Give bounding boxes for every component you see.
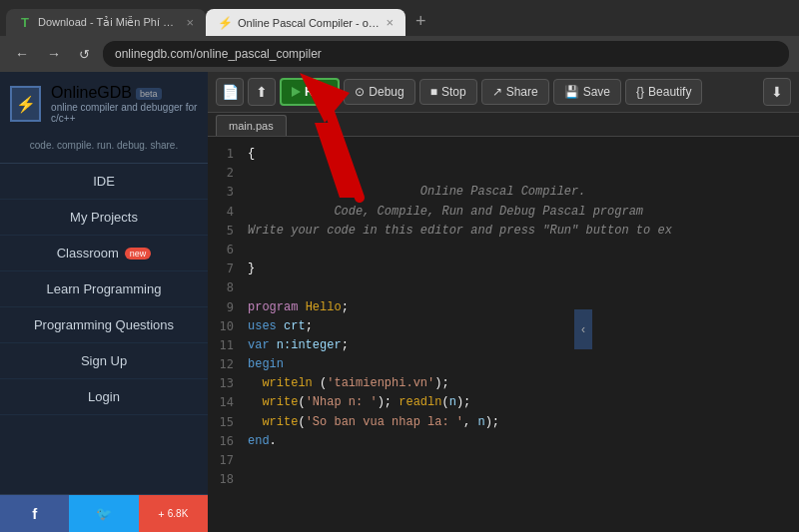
url-input[interactable]	[103, 41, 789, 67]
sidebar-item-learn-programming[interactable]: Learn Programming	[0, 271, 208, 307]
stop-button[interactable]: ■ Stop	[419, 79, 477, 105]
save-button[interactable]: 💾 Save	[553, 79, 621, 105]
app-container: ⚡ OnlineGDBbeta online compiler and debu…	[0, 72, 799, 532]
code-line-17	[248, 451, 791, 470]
tab2-icon: ⚡	[218, 16, 232, 30]
share-icon: ↗	[492, 85, 502, 99]
code-line-6	[248, 241, 791, 260]
new-file-icon: 📄	[222, 84, 239, 100]
sidebar-footer: f 🐦 + 6.8K	[0, 494, 208, 532]
save-icon: 💾	[564, 85, 579, 99]
debug-label: Debug	[369, 85, 403, 99]
address-bar: ← → ↺	[0, 36, 799, 72]
beautify-icon: {}	[636, 85, 644, 99]
reload-button[interactable]: ↺	[74, 45, 95, 64]
code-line-10: uses crt;	[248, 317, 791, 336]
line-numbers: 12345 678910 1112131415 161718	[208, 137, 240, 532]
tab2-close[interactable]: ×	[386, 15, 394, 30]
code-line-4: Code, Compile, Run and Debug Pascal prog…	[248, 203, 791, 222]
forward-button[interactable]: →	[42, 44, 66, 64]
share-label: Share	[506, 85, 538, 99]
code-line-7: }	[248, 260, 791, 278]
logo-badge: beta	[136, 88, 162, 100]
logo-box: ⚡	[10, 86, 41, 122]
browser-tab-2[interactable]: ⚡ Online Pascal Compiler - online c... ×	[206, 9, 405, 36]
code-line-2	[248, 164, 791, 183]
twitter-button[interactable]: 🐦	[69, 495, 138, 532]
logo-name: OnlineGDBbeta	[51, 84, 198, 102]
save-label: Save	[583, 85, 610, 99]
code-line-9: program Hello;	[248, 298, 791, 317]
tab-bar: T Download - Tải Miễn Phí VN - Pi... × ⚡…	[0, 0, 799, 36]
logo-icon: ⚡	[16, 95, 36, 114]
main-content: 📄 ⬆ Run ⊙ Debug ■ Stop ↗	[208, 72, 799, 532]
code-line-12: begin	[248, 355, 791, 374]
run-button[interactable]: Run	[280, 78, 340, 106]
plus-icon: +	[158, 508, 164, 520]
facebook-button[interactable]: f	[0, 495, 69, 532]
plusone-button[interactable]: + 6.8K	[139, 495, 208, 532]
sidebar-item-sign-up[interactable]: Sign Up	[0, 343, 208, 379]
upload-icon: ⬆	[256, 84, 268, 100]
debug-button[interactable]: ⊙ Debug	[344, 79, 414, 105]
new-tab-button[interactable]: +	[405, 7, 436, 36]
sidebar: ⚡ OnlineGDBbeta online compiler and debu…	[0, 72, 208, 532]
code-line-18	[248, 470, 791, 489]
browser-tab-1[interactable]: T Download - Tải Miễn Phí VN - Pi... ×	[6, 9, 206, 36]
code-line-3: Online Pascal Compiler.	[248, 183, 791, 202]
code-line-11: var n:integer;	[248, 336, 791, 355]
back-button[interactable]: ←	[10, 44, 34, 64]
toolbar: 📄 ⬆ Run ⊙ Debug ■ Stop ↗	[208, 72, 799, 113]
code-line-1: {	[248, 145, 791, 164]
code-line-13: writeln ('taimienphi.vn');	[248, 374, 791, 393]
code-line-14: write('Nhap n: '); readln(n);	[248, 393, 791, 412]
tab1-icon: T	[18, 16, 32, 30]
sidebar-description: code. compile. run. debug. share.	[0, 132, 208, 164]
sidebar-item-ide[interactable]: IDE	[0, 164, 208, 200]
run-triangle-icon	[292, 87, 301, 97]
code-line-15: write('So ban vua nhap la: ', n);	[248, 413, 791, 432]
facebook-icon: f	[32, 505, 37, 522]
logo-text: OnlineGDBbeta online compiler and debugg…	[51, 84, 198, 124]
twitter-icon: 🐦	[96, 506, 112, 521]
sidebar-item-classroom[interactable]: Classroom new	[0, 236, 208, 271]
sidebar-nav: IDE My Projects Classroom new Learn Prog…	[0, 164, 208, 415]
sidebar-item-my-projects[interactable]: My Projects	[0, 200, 208, 236]
code-line-5: Write your code in this editor and press…	[248, 222, 791, 241]
tab2-title: Online Pascal Compiler - online c...	[238, 17, 380, 29]
file-tabs: main.pas	[208, 113, 799, 137]
beautify-label: Beautify	[648, 85, 691, 99]
stop-label: Stop	[441, 85, 466, 99]
sidebar-item-login[interactable]: Login	[0, 379, 208, 415]
share-button[interactable]: ↗ Share	[481, 79, 549, 105]
sidebar-collapse-button[interactable]: ‹	[574, 309, 592, 349]
code-content[interactable]: { Online Pascal Compiler. Code, Compile,…	[240, 137, 799, 532]
code-editor[interactable]: 12345 678910 1112131415 161718 { Online …	[208, 137, 799, 532]
beautify-button[interactable]: {} Beautify	[625, 79, 702, 105]
stop-icon: ■	[430, 85, 437, 99]
run-label: Run	[305, 85, 328, 99]
code-line-8	[248, 278, 791, 297]
logo-tagline: online compiler and debugger for c/c++	[51, 102, 198, 124]
tab1-close[interactable]: ×	[186, 15, 194, 30]
sidebar-item-programming-questions[interactable]: Programming Questions	[0, 307, 208, 343]
upload-button[interactable]: ⬆	[248, 78, 276, 106]
new-file-button[interactable]: 📄	[216, 78, 244, 106]
code-line-16: end.	[248, 432, 791, 451]
classroom-new-badge: new	[125, 248, 152, 260]
tab1-title: Download - Tải Miễn Phí VN - Pi...	[38, 16, 180, 29]
plusone-count: 6.8K	[168, 508, 189, 519]
file-tab-main[interactable]: main.pas	[216, 115, 287, 136]
debug-icon: ⊙	[355, 85, 365, 99]
logo-area: ⚡ OnlineGDBbeta online compiler and debu…	[0, 72, 208, 132]
download-icon: ⬇	[771, 84, 783, 100]
download-button[interactable]: ⬇	[763, 78, 791, 106]
